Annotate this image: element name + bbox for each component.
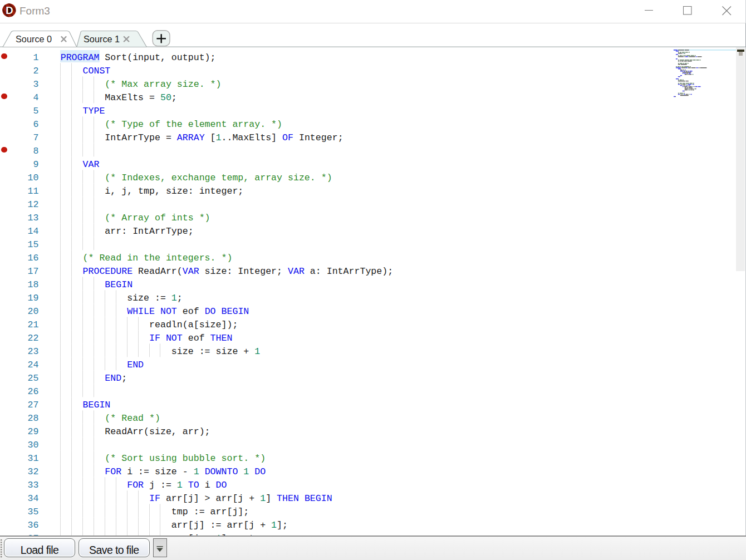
svg-text:D: D (6, 4, 13, 16)
svg-text:Source 1: Source 1 (84, 34, 120, 44)
svg-text:Source 0: Source 0 (16, 34, 52, 44)
